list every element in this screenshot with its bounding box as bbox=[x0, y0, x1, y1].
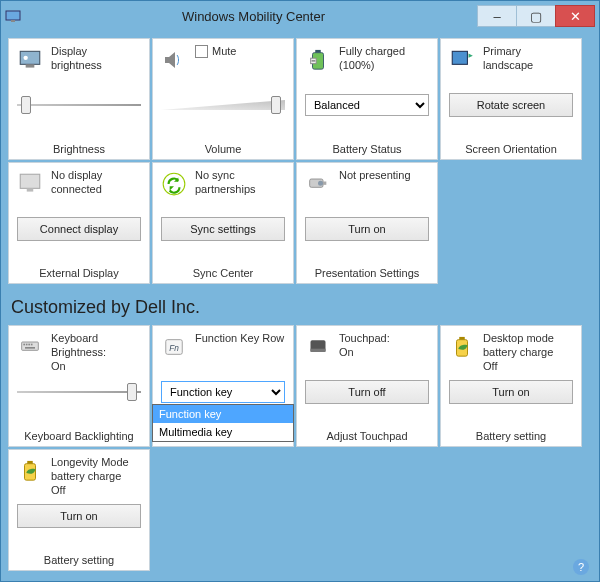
tile-footer: External Display bbox=[15, 261, 143, 283]
touchpad-icon bbox=[303, 332, 333, 362]
battery-icon bbox=[303, 45, 333, 75]
tile-label: Brightness: bbox=[51, 346, 106, 360]
tile-label: Touchpad: bbox=[339, 332, 390, 346]
keyboard-icon bbox=[15, 332, 45, 362]
tile-footer: Volume bbox=[159, 137, 287, 159]
power-plan-select[interactable]: Balanced bbox=[305, 94, 429, 116]
tile-footer: Brightness bbox=[15, 137, 143, 159]
touchpad-turn-off-button[interactable]: Turn off bbox=[305, 380, 429, 404]
svg-rect-20 bbox=[25, 347, 35, 349]
external-display-icon bbox=[15, 169, 45, 199]
keyboard-backlight-slider[interactable] bbox=[17, 385, 141, 399]
svg-text:Fn: Fn bbox=[169, 344, 179, 353]
tile-footer: Sync Center bbox=[159, 261, 287, 283]
tile-function-key: Fn Function Key Row Function key Functio… bbox=[152, 325, 294, 447]
tile-label: Not presenting bbox=[339, 169, 411, 183]
tile-keyboard-backlight: Keyboard Brightness: On Keyboard Backlig… bbox=[8, 325, 150, 447]
svg-rect-27 bbox=[459, 337, 465, 340]
tile-label: No sync bbox=[195, 169, 256, 183]
svg-point-13 bbox=[318, 181, 323, 186]
tile-brightness: Display brightness Brightness bbox=[8, 38, 150, 160]
tile-label: Function Key Row bbox=[195, 332, 284, 346]
mute-checkbox[interactable] bbox=[195, 45, 208, 58]
tile-label: Primary bbox=[483, 45, 533, 59]
rotate-screen-icon bbox=[447, 45, 477, 75]
svg-rect-15 bbox=[22, 342, 39, 350]
tile-presentation: Not presenting Turn on Presentation Sett… bbox=[296, 162, 438, 284]
svg-rect-6 bbox=[315, 50, 321, 53]
maximize-button[interactable]: ▢ bbox=[516, 5, 556, 27]
tile-desktop-battery: Desktop mode battery charge Off Turn on … bbox=[440, 325, 582, 447]
titlebar: Windows Mobility Center – ▢ ✕ bbox=[1, 1, 599, 31]
tile-footer: Screen Orientation bbox=[447, 137, 575, 159]
close-button[interactable]: ✕ bbox=[555, 5, 595, 27]
battery-leaf-icon bbox=[15, 456, 45, 486]
fnkey-select[interactable]: Function key bbox=[161, 381, 285, 403]
tile-screen-orientation: Primary landscape Rotate screen Screen O… bbox=[440, 38, 582, 160]
speaker-icon bbox=[159, 45, 189, 75]
svg-rect-16 bbox=[23, 344, 25, 346]
brightness-slider[interactable] bbox=[17, 98, 141, 112]
tile-sync: No sync partnerships Sync settings Sync … bbox=[152, 162, 294, 284]
svg-rect-19 bbox=[31, 344, 33, 346]
svg-rect-2 bbox=[20, 51, 40, 64]
fnkey-dropdown: Function key Multimedia key bbox=[152, 404, 294, 442]
fnkey-option[interactable]: Function key bbox=[153, 405, 293, 423]
tile-footer: Adjust Touchpad bbox=[303, 424, 431, 446]
tile-label: Longevity Mode bbox=[51, 456, 129, 470]
tile-label: Fully charged bbox=[339, 45, 405, 59]
minimize-button[interactable]: – bbox=[477, 5, 517, 27]
tile-label: partnerships bbox=[195, 183, 256, 197]
tile-label: On bbox=[339, 346, 390, 360]
tile-label: Display bbox=[51, 45, 102, 59]
mute-label: Mute bbox=[212, 45, 236, 59]
sync-settings-button[interactable]: Sync settings bbox=[161, 217, 285, 241]
longevity-turn-on-button[interactable]: Turn on bbox=[17, 504, 141, 528]
tile-footer: Presentation Settings bbox=[303, 261, 431, 283]
presentation-turn-on-button[interactable]: Turn on bbox=[305, 217, 429, 241]
rotate-screen-button[interactable]: Rotate screen bbox=[449, 93, 573, 117]
tile-battery: Fully charged (100%) Balanced Battery St… bbox=[296, 38, 438, 160]
help-icon[interactable]: ? bbox=[573, 559, 589, 575]
svg-rect-4 bbox=[26, 64, 35, 67]
tile-label: battery charge bbox=[51, 470, 129, 484]
app-icon bbox=[5, 8, 21, 24]
connect-display-button[interactable]: Connect display bbox=[17, 217, 141, 241]
tile-label: brightness bbox=[51, 59, 102, 73]
tile-touchpad: Touchpad: On Turn off Adjust Touchpad bbox=[296, 325, 438, 447]
tile-footer: Battery setting bbox=[447, 424, 575, 446]
svg-rect-17 bbox=[26, 344, 28, 346]
tile-footer: Keyboard Backlighting bbox=[15, 424, 143, 446]
projector-icon bbox=[303, 169, 333, 199]
volume-slider[interactable] bbox=[161, 98, 285, 112]
system-tiles: Display brightness Brightness bbox=[7, 37, 593, 285]
svg-rect-29 bbox=[27, 461, 33, 464]
tile-volume: Mute Volume bbox=[152, 38, 294, 160]
tile-label: No display bbox=[51, 169, 102, 183]
svg-rect-0 bbox=[6, 11, 20, 20]
fn-key-icon: Fn bbox=[159, 332, 189, 362]
tile-label: Keyboard bbox=[51, 332, 106, 346]
tile-external-display: No display connected Connect display Ext… bbox=[8, 162, 150, 284]
tile-label: connected bbox=[51, 183, 102, 197]
svg-rect-24 bbox=[311, 349, 319, 352]
battery-leaf-icon bbox=[447, 332, 477, 362]
tile-label: Desktop mode bbox=[483, 332, 554, 346]
tile-label: (100%) bbox=[339, 59, 405, 73]
svg-rect-14 bbox=[323, 182, 326, 185]
svg-point-11 bbox=[163, 173, 185, 195]
window-title: Windows Mobility Center bbox=[29, 9, 478, 24]
sync-icon bbox=[159, 169, 189, 199]
brightness-icon bbox=[15, 45, 45, 75]
tile-label: landscape bbox=[483, 59, 533, 73]
desktop-battery-turn-on-button[interactable]: Turn on bbox=[449, 380, 573, 404]
fnkey-option[interactable]: Multimedia key bbox=[153, 423, 293, 441]
dell-tiles: Keyboard Brightness: On Keyboard Backlig… bbox=[7, 324, 593, 572]
svg-rect-9 bbox=[20, 174, 40, 188]
tile-footer: Battery Status bbox=[303, 137, 431, 159]
svg-point-3 bbox=[24, 56, 28, 60]
svg-rect-8 bbox=[452, 51, 467, 64]
svg-rect-25 bbox=[318, 349, 326, 352]
svg-rect-1 bbox=[11, 20, 15, 22]
svg-rect-18 bbox=[28, 344, 30, 346]
